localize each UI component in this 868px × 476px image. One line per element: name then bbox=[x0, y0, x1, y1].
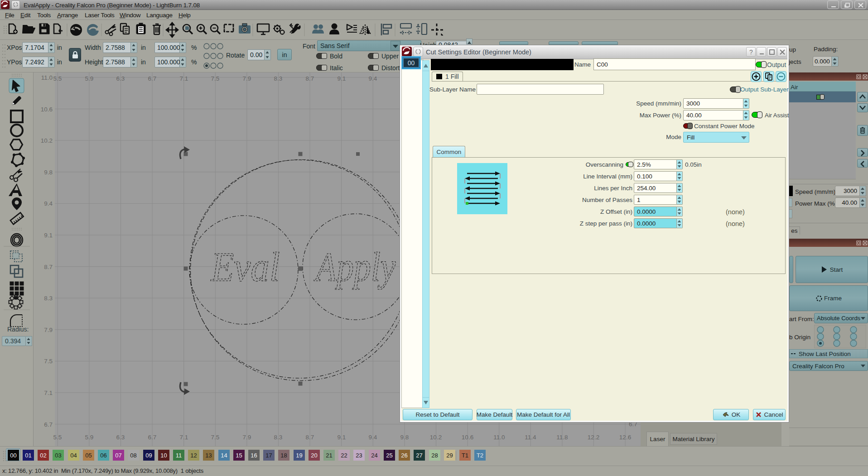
svg-text:?: ? bbox=[749, 48, 753, 56]
svg-text:Eval: Eval bbox=[210, 245, 280, 290]
svg-text:Apply: Apply bbox=[313, 245, 395, 290]
